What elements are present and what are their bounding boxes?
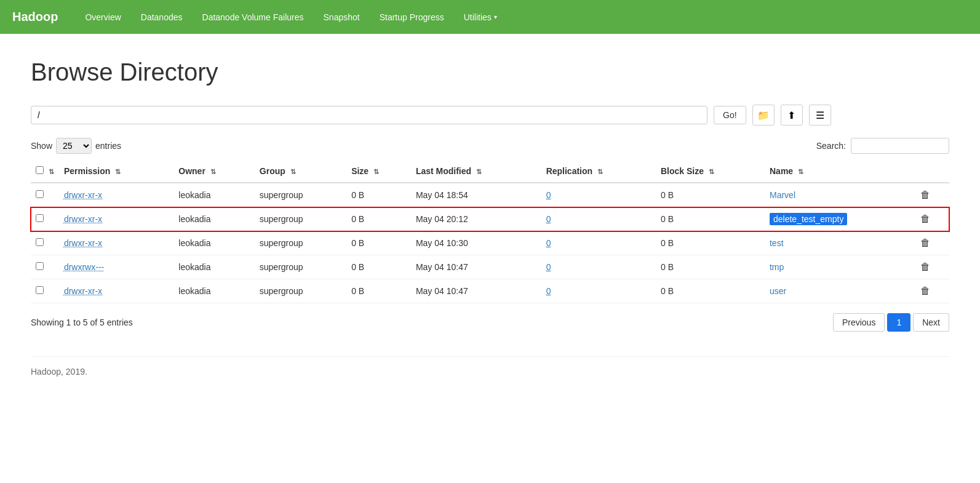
permission-link[interactable]: drwxr-xr-x bbox=[64, 214, 102, 224]
col-last-modified-label: Last Modified bbox=[416, 166, 471, 176]
row-block-size: 0 B bbox=[656, 207, 765, 231]
search-label: Search: bbox=[816, 141, 846, 151]
delete-button[interactable]: 🗑 bbox=[920, 214, 930, 225]
permission-sort-icon: ⇅ bbox=[115, 168, 121, 176]
row-group: supergroup bbox=[255, 183, 346, 207]
row-group: supergroup bbox=[255, 255, 346, 279]
list-icon-button[interactable]: ☰ bbox=[809, 105, 831, 126]
search-input[interactable] bbox=[851, 138, 949, 154]
permission-link[interactable]: drwxr-xr-x bbox=[64, 238, 102, 248]
col-permission[interactable]: Permission ⇅ bbox=[59, 160, 173, 183]
name-link[interactable]: Marvel bbox=[770, 190, 795, 200]
table-body: drwxr-xr-x leokadia supergroup 0 B May 0… bbox=[31, 183, 949, 303]
nav-link-datanode-volume-failures[interactable]: Datanode Volume Failures bbox=[194, 7, 313, 27]
row-checkbox-3[interactable] bbox=[36, 262, 44, 270]
nav-item-datanodes[interactable]: Datanodes bbox=[132, 7, 191, 27]
row-last-modified: May 04 10:47 bbox=[411, 255, 541, 279]
entries-label: entries bbox=[95, 141, 121, 151]
row-checkbox-0[interactable] bbox=[36, 190, 44, 198]
nav-link-startup-progress[interactable]: Startup Progress bbox=[371, 7, 453, 27]
row-group: supergroup bbox=[255, 207, 346, 231]
col-block-size[interactable]: Block Size ⇅ bbox=[656, 160, 765, 183]
delete-button[interactable]: 🗑 bbox=[920, 190, 930, 201]
dropdown-arrow-icon: ▾ bbox=[494, 14, 497, 20]
navbar-nav: Overview Datanodes Datanode Volume Failu… bbox=[76, 7, 505, 27]
nav-item-startup-progress[interactable]: Startup Progress bbox=[371, 7, 453, 27]
entries-select[interactable]: 10 25 50 100 bbox=[56, 138, 92, 154]
col-replication[interactable]: Replication ⇅ bbox=[541, 160, 656, 183]
replication-link[interactable]: 0 bbox=[546, 190, 551, 200]
nav-item-snapshot[interactable]: Snapshot bbox=[315, 7, 368, 27]
col-replication-label: Replication bbox=[546, 166, 592, 176]
navbar-brand[interactable]: Hadoop bbox=[12, 10, 58, 24]
sort-icon: ⇅ bbox=[49, 168, 54, 176]
delete-button[interactable]: 🗑 bbox=[920, 285, 930, 297]
row-name: user bbox=[765, 279, 915, 303]
navbar: Hadoop Overview Datanodes Datanode Volum… bbox=[0, 0, 980, 34]
permission-link[interactable]: drwxr-xr-x bbox=[64, 190, 102, 200]
replication-link[interactable]: 0 bbox=[546, 238, 551, 248]
col-owner-label: Owner bbox=[178, 166, 205, 176]
permission-link[interactable]: drwxr-xr-x bbox=[64, 286, 102, 296]
row-group: supergroup bbox=[255, 231, 346, 255]
row-delete-cell: 🗑 bbox=[915, 207, 949, 231]
folder-icon-button[interactable]: 📁 bbox=[752, 105, 775, 126]
permission-link[interactable]: drwxrwx--- bbox=[64, 262, 104, 272]
col-group-label: Group bbox=[260, 166, 285, 176]
col-name[interactable]: Name ⇅ bbox=[765, 160, 915, 183]
directory-table: ⇅ Permission ⇅ Owner ⇅ Group ⇅ Size ⇅ bbox=[31, 160, 949, 303]
row-checkbox-2[interactable] bbox=[36, 238, 44, 246]
row-checkbox-1[interactable] bbox=[36, 214, 44, 222]
replication-link[interactable]: 0 bbox=[546, 214, 551, 224]
delete-button[interactable]: 🗑 bbox=[920, 238, 930, 249]
row-owner: leokadia bbox=[173, 183, 255, 207]
path-bar: Go! 📁 ⬆ ☰ bbox=[31, 105, 949, 126]
row-name: test bbox=[765, 231, 915, 255]
col-group[interactable]: Group ⇅ bbox=[255, 160, 346, 183]
table-row: drwxr-xr-x leokadia supergroup 0 B May 0… bbox=[31, 207, 949, 231]
row-block-size: 0 B bbox=[656, 279, 765, 303]
pagination: Previous 1 Next bbox=[833, 313, 949, 332]
row-permission: drwxr-xr-x bbox=[59, 207, 173, 231]
owner-sort-icon: ⇅ bbox=[210, 168, 216, 176]
nav-link-snapshot[interactable]: Snapshot bbox=[315, 7, 368, 27]
select-all-col: ⇅ bbox=[31, 160, 59, 183]
path-input[interactable] bbox=[31, 106, 707, 124]
go-button[interactable]: Go! bbox=[714, 106, 746, 124]
row-permission: drwxr-xr-x bbox=[59, 183, 173, 207]
replication-link[interactable]: 0 bbox=[546, 286, 551, 296]
nav-link-overview[interactable]: Overview bbox=[76, 7, 129, 27]
name-link[interactable]: tmp bbox=[770, 262, 784, 272]
name-link[interactable]: user bbox=[770, 286, 786, 296]
previous-button[interactable]: Previous bbox=[833, 313, 885, 332]
nav-item-utilities[interactable]: Utilities ▾ bbox=[455, 7, 506, 27]
select-all-checkbox[interactable] bbox=[36, 166, 44, 174]
replication-sort-icon: ⇅ bbox=[597, 168, 603, 176]
table-footer: Showing 1 to 5 of 5 entries Previous 1 N… bbox=[31, 313, 949, 332]
upload-icon-button[interactable]: ⬆ bbox=[781, 105, 803, 126]
next-button[interactable]: Next bbox=[913, 313, 949, 332]
table-row: drwxr-xr-x leokadia supergroup 0 B May 0… bbox=[31, 231, 949, 255]
col-last-modified[interactable]: Last Modified ⇅ bbox=[411, 160, 541, 183]
replication-link[interactable]: 0 bbox=[546, 262, 551, 272]
upload-icon: ⬆ bbox=[787, 110, 795, 121]
name-link[interactable]: test bbox=[770, 238, 784, 248]
row-size: 0 B bbox=[346, 183, 411, 207]
showing-text: Showing 1 to 5 of 5 entries bbox=[31, 317, 133, 327]
row-permission: drwxr-xr-x bbox=[59, 279, 173, 303]
size-sort-icon: ⇅ bbox=[373, 168, 379, 176]
row-checkbox-cell bbox=[31, 207, 59, 231]
row-checkbox-4[interactable] bbox=[36, 286, 44, 294]
name-link[interactable]: delete_test_empty bbox=[770, 213, 847, 225]
delete-button[interactable]: 🗑 bbox=[920, 261, 930, 273]
nav-link-utilities[interactable]: Utilities ▾ bbox=[455, 7, 506, 27]
row-permission: drwxr-xr-x bbox=[59, 231, 173, 255]
nav-link-datanodes[interactable]: Datanodes bbox=[132, 7, 191, 27]
page-1-button[interactable]: 1 bbox=[887, 313, 910, 332]
col-owner[interactable]: Owner ⇅ bbox=[173, 160, 255, 183]
search-box: Search: bbox=[816, 138, 949, 154]
nav-item-datanode-volume-failures[interactable]: Datanode Volume Failures bbox=[194, 7, 313, 27]
col-size[interactable]: Size ⇅ bbox=[346, 160, 411, 183]
row-delete-cell: 🗑 bbox=[915, 255, 949, 279]
nav-item-overview[interactable]: Overview bbox=[76, 7, 129, 27]
